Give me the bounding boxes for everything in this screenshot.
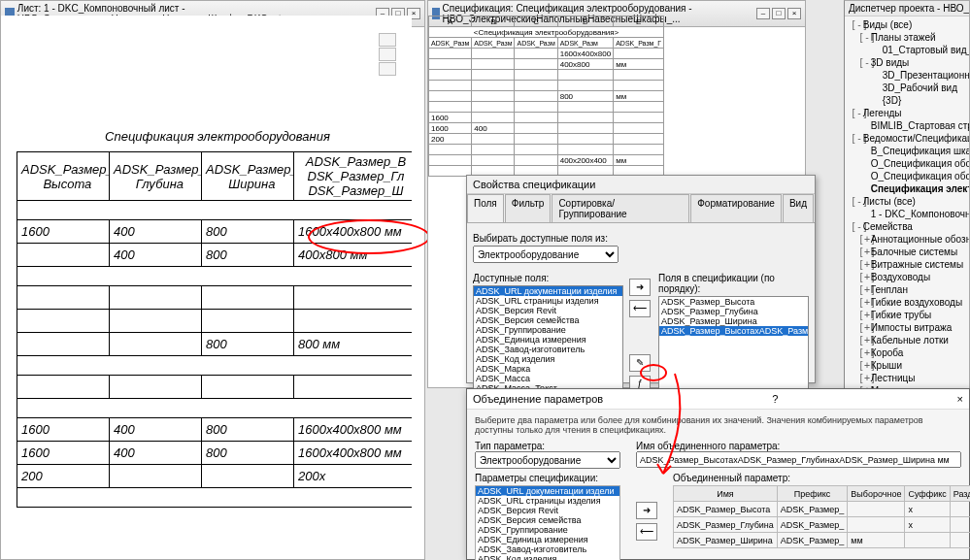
spec-param-item[interactable]: ADSK_Группирование xyxy=(476,525,619,535)
combined-cell[interactable]: x xyxy=(905,502,950,517)
browser-node[interactable]: {3D} xyxy=(845,94,969,107)
schedule-field-item[interactable]: ADSK_Размер_Высота xyxy=(659,297,808,307)
nav-zoom-button[interactable] xyxy=(379,62,396,76)
param-type-select[interactable]: Электрооборудование xyxy=(475,451,620,469)
browser-node[interactable]: [+] Крыши xyxy=(845,359,969,372)
spec-param-item[interactable]: ADSK_URL документации издели xyxy=(476,486,619,496)
browser-node[interactable]: [+] Балочные системы xyxy=(845,246,969,258)
combined-cell[interactable] xyxy=(950,502,970,517)
browser-node[interactable]: 3D_Презентационный в xyxy=(845,69,969,82)
combined-cell[interactable] xyxy=(848,517,905,533)
combined-cell[interactable]: x xyxy=(905,517,950,533)
new-param-button[interactable]: ✎ xyxy=(629,354,651,372)
browser-node[interactable]: [-] Ведомости/Спецификации xyxy=(845,132,969,145)
schedule-cell xyxy=(110,310,202,333)
browser-node[interactable]: [+] Гибкие воздуховоды xyxy=(845,296,969,309)
browser-node[interactable]: 1 - DKC_Компоновочный л xyxy=(845,208,969,220)
browser-node[interactable]: BIMLIB_Стартовая страни xyxy=(845,119,969,132)
browser-node[interactable]: [+] Кабельные лотки xyxy=(845,334,969,346)
dialog-titlebar: Объединение параметров ? × xyxy=(467,389,969,410)
browser-node[interactable]: [-] 3D виды xyxy=(845,56,969,69)
schedule-field-item[interactable]: ADSK_Размер_Глубина xyxy=(659,307,808,316)
schedule-cell xyxy=(17,244,110,267)
browser-node[interactable]: [+] Аннотационные обозна xyxy=(845,233,969,246)
combined-cell[interactable]: ADSK_Размер_Высота xyxy=(674,502,778,517)
browser-node[interactable]: [+] Генплан xyxy=(845,283,969,296)
properties-tabs: ПоляФильтрСортировка/ГруппированиеФормат… xyxy=(467,194,815,223)
browser-node[interactable]: [+] Воздуховоды xyxy=(845,271,969,283)
combined-cell[interactable] xyxy=(905,533,950,548)
browser-node[interactable]: 3D_Рабочий вид xyxy=(845,82,969,94)
schedule-cell xyxy=(17,333,110,356)
spec-param-item[interactable]: ADSK_Код изделия xyxy=(476,554,619,560)
nav-pan-button[interactable] xyxy=(379,48,396,61)
remove-param-button[interactable]: ⟵ xyxy=(636,523,657,541)
available-field-item[interactable]: ADSK_Завод-изготовитель xyxy=(474,345,622,354)
browser-node[interactable]: Спецификация электроо xyxy=(845,182,969,195)
available-field-item[interactable]: ADSK_URL документации изделия xyxy=(474,286,622,296)
combined-cell[interactable] xyxy=(950,517,970,533)
close-button[interactable]: × xyxy=(957,393,963,405)
help-button[interactable]: ? xyxy=(772,393,778,405)
spec-params-list[interactable]: ADSK_URL документации изделиADSK_URL стр… xyxy=(475,485,620,560)
dialog-hint: Выберите два параметра или более для ком… xyxy=(475,415,961,435)
browser-node[interactable]: [-] Планы этажей xyxy=(845,31,969,44)
schedule-field-item[interactable]: ADSK_Размер_ВысотахADSK_Размер_Гл xyxy=(659,326,808,336)
browser-node[interactable]: [+] Импосты витража xyxy=(845,321,969,334)
available-field-item[interactable]: ADSK_Масса xyxy=(474,374,622,383)
browser-node[interactable]: О_Спецификация оборуд xyxy=(845,170,969,182)
spec-param-item[interactable]: ADSK_Версия Revit xyxy=(476,506,619,515)
schedule-cell xyxy=(294,310,413,333)
schedule-cell: 200x xyxy=(294,465,413,488)
combined-cell[interactable] xyxy=(950,533,970,548)
tab-Форматирование[interactable]: Форматирование xyxy=(690,194,782,222)
browser-node[interactable]: 01_Стартовый вид_Плос xyxy=(845,44,969,56)
nav-wheel-button[interactable] xyxy=(379,33,396,47)
browser-node[interactable]: [-] Легенды xyxy=(845,107,969,119)
browser-node[interactable]: В_Спецификация шкафов xyxy=(845,145,969,157)
available-fields-list[interactable]: ADSK_URL документации изделияADSK_URL ст… xyxy=(473,285,623,397)
browser-node[interactable]: О_Спецификация оборуд xyxy=(845,157,969,170)
col-header-width: ADSK_Размер_ Ширина xyxy=(202,152,294,201)
browser-node[interactable]: [+] Короба xyxy=(845,346,969,359)
browser-node[interactable]: [-] Семейства xyxy=(845,220,969,233)
available-field-item[interactable]: ADSK_Версия семейства xyxy=(474,315,622,325)
available-field-item[interactable]: ADSK_Код изделия xyxy=(474,354,622,364)
spec-param-item[interactable]: ADSK_Завод-изготовитель xyxy=(476,544,619,554)
schedule-on-sheet: Спецификация электрооборудования ADSK_Ра… xyxy=(17,127,412,508)
remove-field-button[interactable]: ⟵ xyxy=(629,300,651,317)
combined-cell[interactable]: ADSK_Размер_Ширина xyxy=(674,533,778,548)
spec-param-item[interactable]: ADSK_Версия семейства xyxy=(476,515,619,525)
combined-cell[interactable]: ADSK_Размер_ xyxy=(777,517,847,533)
combined-cell[interactable]: ADSK_Размер_ xyxy=(777,533,847,548)
tab-Поля[interactable]: Поля xyxy=(467,194,504,222)
browser-node[interactable]: [-] Листы (все) xyxy=(845,195,969,208)
browser-node[interactable]: [+] Лестницы xyxy=(845,372,969,384)
spec-param-item[interactable]: ADSK_URL страницы изделия xyxy=(476,496,619,506)
schedule-cell: 1600x400x800 мм xyxy=(294,442,413,465)
tab-Вид[interactable]: Вид xyxy=(783,194,814,222)
available-field-item[interactable]: ADSK_Версия Revit xyxy=(474,306,622,315)
add-field-button[interactable]: ➜ xyxy=(629,279,651,296)
combined-cell[interactable]: мм xyxy=(848,533,905,548)
sheet-canvas[interactable]: Спецификация электрооборудования ADSK_Ра… xyxy=(1,16,412,559)
combined-cell[interactable] xyxy=(848,502,905,517)
available-field-item[interactable]: ADSK_URL страницы изделия xyxy=(474,296,622,306)
browser-node[interactable]: [-] Виды (все) xyxy=(845,18,969,31)
combined-cell[interactable]: ADSK_Размер_ xyxy=(777,502,847,517)
spec-param-item[interactable]: ADSK_Единица измерения xyxy=(476,535,619,544)
combined-name-input[interactable] xyxy=(636,451,961,468)
schedule-field-item[interactable]: ADSK_Размер_Ширина xyxy=(659,316,808,326)
combined-cell[interactable]: ADSK_Размер_Глубина xyxy=(674,517,778,533)
available-field-item[interactable]: ADSK_Группирование xyxy=(474,325,622,335)
available-field-item[interactable]: ADSK_Единица измерения xyxy=(474,335,622,345)
available-field-item[interactable]: ADSK_Марка xyxy=(474,364,622,374)
tab-Сортировка/Группирование[interactable]: Сортировка/Группирование xyxy=(552,194,689,222)
discipline-select[interactable]: Электрооборудование xyxy=(473,246,619,263)
add-param-button[interactable]: ➜ xyxy=(636,502,657,519)
browser-node[interactable]: [+] Гибкие трубы xyxy=(845,309,969,321)
schedule-cell xyxy=(110,286,202,310)
tab-Фильтр[interactable]: Фильтр xyxy=(505,194,552,222)
browser-node[interactable]: [+] Витражные системы xyxy=(845,258,969,271)
schedule-cell xyxy=(202,376,294,399)
